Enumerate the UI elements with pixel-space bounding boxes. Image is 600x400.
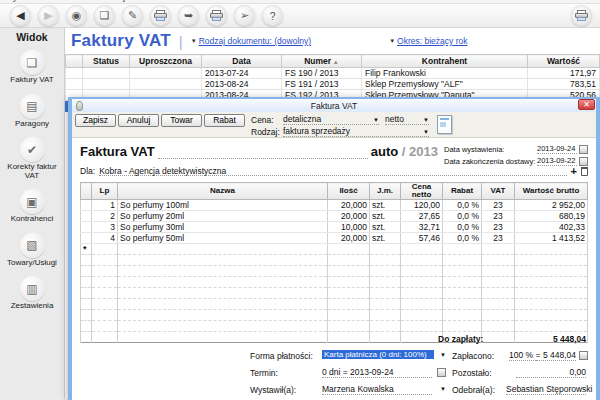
item-cell[interactable]: 23 xyxy=(482,200,515,211)
item-cell[interactable]: 1 xyxy=(92,200,118,211)
item-cell[interactable]: szt. xyxy=(370,222,401,233)
item-row[interactable]: 2So perfumy 20ml20,000szt.27,650,0 %2368… xyxy=(81,211,588,222)
invoice-row[interactable]: 2013-07-24FS 190 / 2013Filip Frankowski1… xyxy=(66,68,600,79)
price-type-select[interactable]: detaliczna ▼ xyxy=(283,115,379,125)
delivery-date-field[interactable]: 2013-09-22 xyxy=(537,156,577,166)
item-cell[interactable]: 120,00 xyxy=(401,200,443,211)
item-cell[interactable]: 10,000 xyxy=(328,222,370,233)
print-preview-icon[interactable] xyxy=(206,5,227,26)
delete-buyer-icon[interactable] xyxy=(581,167,588,176)
buyer-field[interactable]: Kobra - Agencja detektywistyczna xyxy=(99,166,566,176)
column-header-warto-[interactable]: Wartość xyxy=(528,55,600,68)
menu-item-pomoc[interactable]: Pomoc xyxy=(191,0,222,2)
close-icon[interactable]: ✕ xyxy=(578,99,595,110)
item-row-new[interactable]: * xyxy=(81,244,588,255)
item-cell[interactable]: 23 xyxy=(482,211,515,222)
zapisz-button[interactable]: Zapisz xyxy=(75,114,116,127)
filter-period[interactable]: ▼ Okres: bieżący rok xyxy=(389,36,467,46)
item-cell[interactable]: 4 xyxy=(92,233,118,244)
calendar-icon[interactable] xyxy=(437,368,446,377)
column-header-uproszczona[interactable]: Uproszczona xyxy=(130,55,202,68)
items-column-rabat[interactable]: Rabat xyxy=(443,183,482,200)
sidebar-item-zestawienia[interactable]: ▥Zestawienia xyxy=(0,276,64,311)
new-document-icon[interactable]: ❏ xyxy=(94,5,115,26)
column-header-data[interactable]: Data xyxy=(202,55,282,68)
sidebar-item-korekty-faktur-vat[interactable]: ✔Korekty faktur VAT xyxy=(0,137,64,180)
column-header-numer[interactable]: Numer ▲ xyxy=(282,55,362,68)
sidebar-item-kontrahenci[interactable]: ▣Kontrahenci xyxy=(0,189,64,224)
payment-form-select[interactable]: Karta płatnicza (0 dni: 100%) xyxy=(322,350,434,359)
column-header-status[interactable]: Status xyxy=(83,55,130,68)
print-icon[interactable] xyxy=(150,5,171,26)
issue-date-field[interactable]: 2013-09-24 xyxy=(537,144,577,154)
item-cell[interactable]: So perfumy 100ml xyxy=(118,200,328,211)
item-cell[interactable]: szt. xyxy=(370,233,401,244)
item-cell[interactable]: So perfumy 50ml xyxy=(118,233,328,244)
towar-button[interactable]: Towar xyxy=(161,114,202,127)
items-column-wartość-brutto[interactable]: Wartość brutto xyxy=(515,183,588,200)
help-icon[interactable]: ? xyxy=(262,5,283,26)
invoice-title-field[interactable] xyxy=(158,148,368,159)
item-row[interactable]: 3So perfumy 30ml10,000szt.32,710,0 %2340… xyxy=(81,222,588,233)
invoice-row[interactable]: 2013-08-24FS 191 / 2013Sklep Przemysłowy… xyxy=(66,79,600,90)
item-cell[interactable]: 20,000 xyxy=(328,233,370,244)
sidebar-item-paragony[interactable]: ▤Paragony xyxy=(0,94,64,129)
item-cell[interactable]: 20,000 xyxy=(328,211,370,222)
sidebar-item-towary-us-ugi[interactable]: ▧Towary/Usługi xyxy=(0,233,64,268)
item-cell[interactable]: 20,000 xyxy=(328,200,370,211)
menu-item-faktura[interactable]: Faktura xyxy=(141,0,175,2)
export-document-icon[interactable]: ➥ xyxy=(178,5,199,26)
print-invoice-icon[interactable] xyxy=(571,5,592,26)
stamp-icon[interactable]: ◉ xyxy=(66,5,87,26)
item-row[interactable]: 1So perfumy 100ml20,000szt.120,000,0 %23… xyxy=(81,200,588,211)
item-cell[interactable]: 0,0 % xyxy=(443,211,482,222)
calendar-icon[interactable] xyxy=(579,145,588,154)
filter-document-type[interactable]: ▼ Rodzaj dokumentu: (dowolny) xyxy=(191,36,311,46)
item-cell[interactable]: 3 xyxy=(92,222,118,233)
chevron-down-icon[interactable]: ▼ xyxy=(440,352,446,358)
items-column-j.m.[interactable]: J.m. xyxy=(370,183,401,200)
item-row[interactable]: 4So perfumy 50ml20,000szt.57,460,0 %231 … xyxy=(81,233,588,244)
item-cell[interactable]: szt. xyxy=(370,200,401,211)
item-cell[interactable]: So perfumy 20ml xyxy=(118,211,328,222)
calendar-icon[interactable] xyxy=(579,157,588,166)
item-cell[interactable]: 0,0 % xyxy=(443,222,482,233)
send-icon[interactable]: ➢ xyxy=(234,5,255,26)
items-column-vat[interactable]: VAT xyxy=(482,183,515,200)
item-cell[interactable]: 32,71 xyxy=(401,222,443,233)
chevron-down-icon[interactable]: ▼ xyxy=(440,386,446,392)
item-cell[interactable]: szt. xyxy=(370,211,401,222)
netto-select[interactable]: netto ▼ xyxy=(385,115,429,125)
add-buyer-icon[interactable]: + xyxy=(571,167,577,176)
term-field[interactable]: 0 dni = 2013-09-24 xyxy=(322,367,432,378)
anuluj-button[interactable]: Anuluj xyxy=(118,114,159,127)
item-cell[interactable]: 23 xyxy=(482,222,515,233)
edit-icon[interactable]: ✎ xyxy=(122,5,143,26)
item-cell[interactable]: 680,19 xyxy=(515,211,588,222)
items-column-nazwa[interactable]: Nazwa xyxy=(118,183,328,200)
sidebar-item-faktury-vat[interactable]: ❏Faktury VAT xyxy=(0,50,64,85)
items-column-ilość[interactable]: Ilość xyxy=(328,183,370,200)
menu-item-system[interactable]: System xyxy=(6,0,39,2)
item-cell[interactable]: 402,33 xyxy=(515,222,588,233)
receiver-field[interactable]: Sebastian Stęporowski xyxy=(506,384,586,395)
item-cell[interactable]: 27,65 xyxy=(401,211,443,222)
notes-document-icon[interactable] xyxy=(437,115,452,134)
item-cell[interactable]: So perfumy 30ml xyxy=(118,222,328,233)
rabat-button[interactable]: Rabat xyxy=(204,114,245,127)
back-icon[interactable]: ◀ xyxy=(10,5,31,26)
item-cell[interactable]: 23 xyxy=(482,233,515,244)
invoice-number[interactable]: auto / 2013 xyxy=(371,144,438,159)
item-cell[interactable]: 2 952,00 xyxy=(515,200,588,211)
menu-item-dodaj[interactable]: Dodaj xyxy=(99,0,125,2)
item-cell[interactable]: 2 xyxy=(92,211,118,222)
forward-icon[interactable]: ▶ xyxy=(38,5,59,26)
menu-item-widok[interactable]: Widok xyxy=(55,0,83,2)
paid-value-field[interactable]: 5 448,04 xyxy=(536,350,576,361)
item-cell[interactable]: 57,46 xyxy=(401,233,443,244)
document-kind-select[interactable]: faktura sprzedaży ▼ xyxy=(283,127,429,137)
item-cell[interactable]: 0,0 % xyxy=(443,200,482,211)
paid-calc-icon[interactable] xyxy=(579,351,588,360)
dialog-titlebar[interactable]: Faktura VAT ✕ xyxy=(72,99,596,112)
column-header-kontrahent[interactable]: Kontrahent xyxy=(362,55,528,68)
